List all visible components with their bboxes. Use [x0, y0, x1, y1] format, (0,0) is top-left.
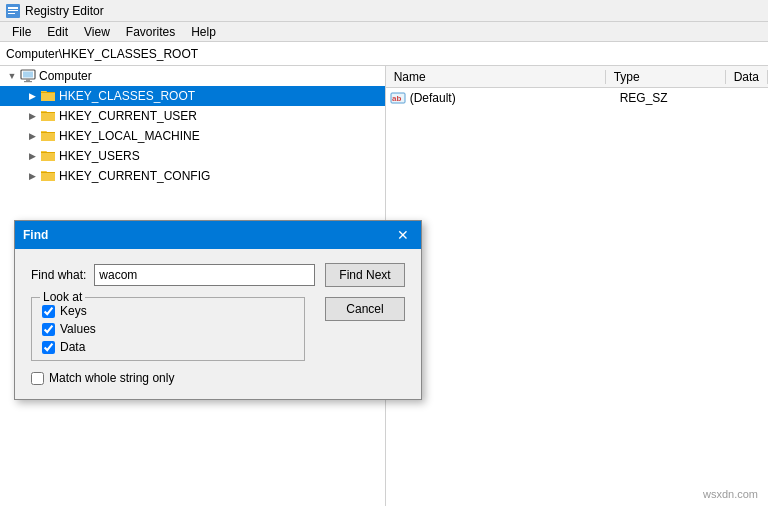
expand-icon-hklm: ▶	[24, 128, 40, 144]
menu-help[interactable]: Help	[183, 23, 224, 41]
menu-edit[interactable]: Edit	[39, 23, 76, 41]
find-dialog[interactable]: Find ✕ Find what: Find Next Look at	[14, 220, 422, 400]
col-header-name: Name	[386, 70, 606, 84]
tree-node-computer[interactable]: ▼ Computer	[0, 66, 385, 86]
tree-node-hku[interactable]: ▶ HKEY_USERS	[0, 146, 385, 166]
checkbox-keys-row: Keys	[42, 304, 294, 318]
tree-label-hklm: HKEY_LOCAL_MACHINE	[59, 129, 200, 143]
tree-node-hkcr[interactable]: ▶ HKEY_CLASSES_ROOT	[0, 86, 385, 106]
svg-rect-15	[24, 81, 32, 82]
registry-row-default[interactable]: ab (Default) REG_SZ	[386, 88, 768, 108]
checkbox-values[interactable]	[42, 323, 55, 336]
right-panel: Name Type Data ab (Default) REG_SZ	[386, 66, 768, 506]
folder-icon-hklm	[40, 129, 56, 143]
tree-label-computer: Computer	[39, 69, 92, 83]
col-header-data: Data	[726, 70, 768, 84]
svg-rect-13	[23, 72, 33, 78]
checkbox-values-label: Values	[60, 322, 96, 336]
match-whole-string-checkbox[interactable]	[31, 372, 44, 385]
look-at-legend: Look at	[40, 290, 85, 304]
checkbox-data[interactable]	[42, 341, 55, 354]
column-headers: Name Type Data	[386, 66, 768, 88]
expand-icon-computer: ▼	[4, 68, 20, 84]
expand-icon-hku: ▶	[24, 148, 40, 164]
svg-rect-1	[8, 7, 18, 9]
menu-view[interactable]: View	[76, 23, 118, 41]
reg-value-icon: ab	[390, 91, 406, 105]
tree-node-hklm[interactable]: ▶ HKEY_LOCAL_MACHINE	[0, 126, 385, 146]
registry-editor-icon	[6, 4, 20, 18]
cancel-area: Cancel	[315, 297, 405, 321]
folder-icon-hku	[40, 149, 56, 163]
dialog-close-button[interactable]: ✕	[393, 225, 413, 245]
title-bar: Registry Editor	[0, 0, 768, 22]
tree-label-hkcu: HKEY_CURRENT_USER	[59, 109, 197, 123]
expand-icon-hkcc: ▶	[24, 168, 40, 184]
tree-label-hku: HKEY_USERS	[59, 149, 140, 163]
tree-label-hkcr: HKEY_CLASSES_ROOT	[59, 89, 195, 103]
look-at-area: Look at Keys Values Data	[31, 297, 305, 385]
checkbox-data-label: Data	[60, 340, 85, 354]
title-bar-text: Registry Editor	[25, 4, 104, 18]
folder-icon-hkcc	[40, 169, 56, 183]
match-whole-string-row: Match whole string only	[31, 371, 305, 385]
look-at-cancel-row: Look at Keys Values Data	[31, 297, 405, 385]
menu-file[interactable]: File	[4, 23, 39, 41]
checkbox-data-row: Data	[42, 340, 294, 354]
dialog-body: Find what: Find Next Look at Keys	[15, 249, 421, 399]
tree-label-hkcc: HKEY_CURRENT_CONFIG	[59, 169, 210, 183]
checkbox-values-row: Values	[42, 322, 294, 336]
match-whole-string-label: Match whole string only	[49, 371, 174, 385]
find-what-input[interactable]	[94, 264, 315, 286]
reg-name-default: (Default)	[410, 91, 620, 105]
folder-icon-hkcu	[40, 109, 56, 123]
dialog-title: Find	[23, 228, 48, 242]
checkbox-keys-label: Keys	[60, 304, 87, 318]
menu-favorites[interactable]: Favorites	[118, 23, 183, 41]
col-header-type: Type	[606, 70, 726, 84]
cancel-button[interactable]: Cancel	[325, 297, 405, 321]
look-at-section: Look at Keys Values Data	[31, 297, 305, 361]
menu-bar: File Edit View Favorites Help	[0, 22, 768, 42]
checkbox-keys[interactable]	[42, 305, 55, 318]
svg-text:ab: ab	[392, 94, 401, 103]
folder-icon-hkcr	[40, 89, 56, 103]
expand-icon-hkcu: ▶	[24, 108, 40, 124]
dialog-title-bar: Find ✕	[15, 221, 421, 249]
find-next-button[interactable]: Find Next	[325, 263, 405, 287]
find-what-label: Find what:	[31, 268, 86, 282]
find-what-row: Find what: Find Next	[31, 263, 405, 287]
computer-folder-icon	[20, 69, 36, 83]
svg-rect-2	[8, 10, 18, 11]
address-bar-path: Computer\HKEY_CLASSES_ROOT	[6, 47, 198, 61]
reg-type-default: REG_SZ	[620, 91, 740, 105]
tree-node-hkcc[interactable]: ▶ HKEY_CURRENT_CONFIG	[0, 166, 385, 186]
svg-rect-14	[26, 79, 30, 81]
tree-node-hkcu[interactable]: ▶ HKEY_CURRENT_USER	[0, 106, 385, 126]
svg-rect-3	[8, 13, 15, 14]
expand-icon-hkcr: ▶	[24, 88, 40, 104]
address-bar: Computer\HKEY_CLASSES_ROOT	[0, 42, 768, 66]
